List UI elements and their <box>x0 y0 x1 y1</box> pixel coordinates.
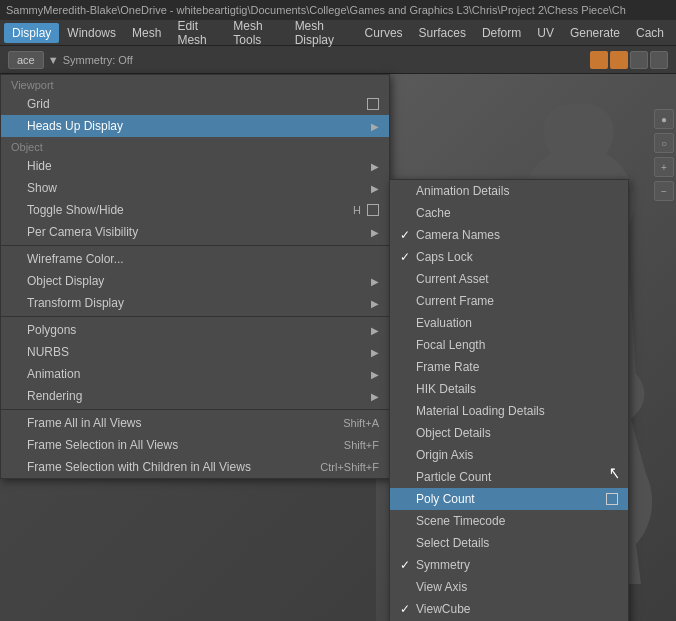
box-grid <box>367 98 379 110</box>
sub-object-details[interactable]: Object Details <box>390 422 628 444</box>
face-button[interactable]: ace <box>8 51 44 69</box>
sub-caps-lock[interactable]: ✓ Caps Lock <box>390 246 628 268</box>
sub-select-details[interactable]: Select Details <box>390 532 628 554</box>
menu-entry-animation[interactable]: Animation ▶ <box>1 363 389 385</box>
sub-frame-rate[interactable]: Frame Rate <box>390 356 628 378</box>
main-content: ● ○ + − Viewport Grid Heads Up Display ▶… <box>0 74 676 621</box>
sub-origin-axis[interactable]: Origin Axis <box>390 444 628 466</box>
sub-material-loading[interactable]: Material Loading Details <box>390 400 628 422</box>
sub-scene-timecode[interactable]: Scene Timecode <box>390 510 628 532</box>
check-camera-names: ✓ <box>400 228 416 242</box>
menu-entry-hide[interactable]: Hide ▶ <box>1 155 389 177</box>
menu-entry-polygons[interactable]: Polygons ▶ <box>1 319 389 341</box>
label-toggle: Toggle Show/Hide <box>27 203 333 217</box>
label-rendering: Rendering <box>27 389 363 403</box>
label-frameallinall: Frame All in All Views <box>27 416 323 430</box>
toolbar: ace ▼ Symmetry: Off <box>0 46 676 74</box>
label-symmetry: Symmetry <box>416 558 618 572</box>
sub-current-frame[interactable]: Current Frame <box>390 290 628 312</box>
label-hide: Hide <box>27 159 363 173</box>
toolbar-icon-4[interactable] <box>650 51 668 69</box>
label-polygons: Polygons <box>27 323 363 337</box>
arrow-nurbs: ▶ <box>371 347 379 358</box>
divider-2 <box>1 316 389 317</box>
label-origin-axis: Origin Axis <box>416 448 618 462</box>
sub-animation-details[interactable]: Animation Details <box>390 180 628 202</box>
menu-entry-rendering[interactable]: Rendering ▶ <box>1 385 389 407</box>
menu-cache[interactable]: Cach <box>628 23 672 43</box>
menu-curves[interactable]: Curves <box>357 23 411 43</box>
label-wirecolor: Wireframe Color... <box>27 252 379 266</box>
label-select-details: Select Details <box>416 536 618 550</box>
menu-entry-grid[interactable]: Grid <box>1 93 389 115</box>
divider-3 <box>1 409 389 410</box>
sub-cache[interactable]: Cache <box>390 202 628 224</box>
sub-camera-names[interactable]: ✓ Camera Names <box>390 224 628 246</box>
sub-focal-length[interactable]: Focal Length <box>390 334 628 356</box>
shortcut-toggle: H <box>353 204 361 216</box>
arrow-transform: ▶ <box>371 298 379 309</box>
menu-edit-mesh[interactable]: Edit Mesh <box>169 16 225 50</box>
sub-current-asset[interactable]: Current Asset <box>390 268 628 290</box>
menu-deform[interactable]: Deform <box>474 23 529 43</box>
label-nurbs: NURBS <box>27 345 363 359</box>
sub-hik-details[interactable]: HIK Details <box>390 378 628 400</box>
label-hik-details: HIK Details <box>416 382 618 396</box>
arrow-animation: ▶ <box>371 369 379 380</box>
sub-poly-count[interactable]: Poly Count <box>390 488 628 510</box>
menu-mesh[interactable]: Mesh <box>124 23 169 43</box>
label-current-asset: Current Asset <box>416 272 618 286</box>
menu-entry-toggle[interactable]: Toggle Show/Hide H <box>1 199 389 221</box>
panel-icon-4[interactable]: − <box>654 181 674 201</box>
check-symmetry: ✓ <box>400 558 416 572</box>
box-poly-count <box>606 493 618 505</box>
label-poly-count: Poly Count <box>416 492 606 506</box>
menu-entry-transform[interactable]: Transform Display ▶ <box>1 292 389 314</box>
label-viewcube: ViewCube <box>416 602 618 616</box>
arrow-rendering: ▶ <box>371 391 379 402</box>
menu-mesh-tools[interactable]: Mesh Tools <box>225 16 286 50</box>
toolbar-icon-3[interactable] <box>630 51 648 69</box>
title-text: SammyMeredith-Blake\OneDrive - whitebear… <box>6 4 626 16</box>
label-animation: Animation <box>27 367 363 381</box>
section-viewport: Viewport <box>1 75 389 93</box>
arrow-objdisplay: ▶ <box>371 276 379 287</box>
menu-uv[interactable]: UV <box>529 23 562 43</box>
menu-display[interactable]: Display <box>4 23 59 43</box>
check-viewcube: ✓ <box>400 602 416 616</box>
menu-entry-wirecolor[interactable]: Wireframe Color... <box>1 248 389 270</box>
sub-viewcube[interactable]: ✓ ViewCube <box>390 598 628 620</box>
sub-evaluation[interactable]: Evaluation <box>390 312 628 334</box>
menu-entry-hud[interactable]: Heads Up Display ▶ <box>1 115 389 137</box>
secondary-menu: Animation Details Cache ✓ Camera Names ✓… <box>389 179 629 621</box>
menu-entry-frameselchildren[interactable]: Frame Selection with Children in All Vie… <box>1 456 389 478</box>
label-view-axis: View Axis <box>416 580 618 594</box>
divider-1 <box>1 245 389 246</box>
panel-icon-2[interactable]: ○ <box>654 133 674 153</box>
menu-generate[interactable]: Generate <box>562 23 628 43</box>
label-frame-rate: Frame Rate <box>416 360 618 374</box>
menu-surfaces[interactable]: Surfaces <box>411 23 474 43</box>
label-cache: Cache <box>416 206 618 220</box>
shortcut-frameselinall: Shift+F <box>344 439 379 451</box>
label-grid: Grid <box>27 97 361 111</box>
menu-entry-frameselinall[interactable]: Frame Selection in All Views Shift+F <box>1 434 389 456</box>
arrow-hud: ▶ <box>371 121 379 132</box>
section-object: Object <box>1 137 389 155</box>
sub-view-axis[interactable]: View Axis <box>390 576 628 598</box>
panel-icon-1[interactable]: ● <box>654 109 674 129</box>
menu-entry-show[interactable]: Show ▶ <box>1 177 389 199</box>
menu-windows[interactable]: Windows <box>59 23 124 43</box>
sub-symmetry[interactable]: ✓ Symmetry <box>390 554 628 576</box>
menu-entry-nurbs[interactable]: NURBS ▶ <box>1 341 389 363</box>
panel-icon-3[interactable]: + <box>654 157 674 177</box>
menu-entry-frameallinall[interactable]: Frame All in All Views Shift+A <box>1 412 389 434</box>
label-material-loading: Material Loading Details <box>416 404 618 418</box>
label-caps-lock: Caps Lock <box>416 250 618 264</box>
label-evaluation: Evaluation <box>416 316 618 330</box>
arrow-show: ▶ <box>371 183 379 194</box>
menu-mesh-display[interactable]: Mesh Display <box>287 16 357 50</box>
sub-particle-count[interactable]: Particle Count <box>390 466 628 488</box>
menu-entry-percam[interactable]: Per Camera Visibility ▶ <box>1 221 389 243</box>
menu-entry-objdisplay[interactable]: Object Display ▶ <box>1 270 389 292</box>
